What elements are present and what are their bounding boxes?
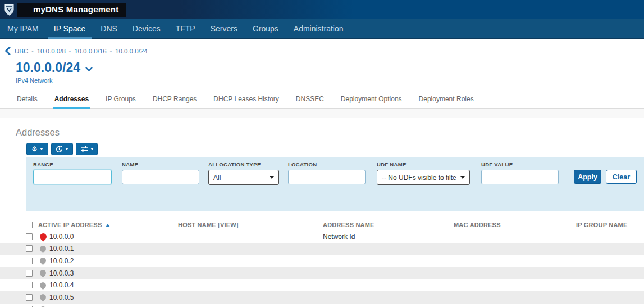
tab-addresses[interactable]: Addresses — [53, 92, 90, 108]
ip-address-cell[interactable]: 10.0.0.2 — [49, 257, 178, 265]
table-header: ACTIVE IP ADDRESS HOST NAME [VIEW] ADDRE… — [0, 219, 644, 231]
column-ip-group-name[interactable]: IP GROUP NAME — [576, 222, 644, 228]
apply-button[interactable]: Apply — [574, 170, 601, 184]
ip-address-cell[interactable]: 10.0.0.4 — [49, 281, 178, 289]
ip-free-pin-icon — [39, 269, 48, 278]
breadcrumb-item-slash24[interactable]: 10.0.0.0/24 — [115, 48, 148, 55]
name-filter-label: NAME — [122, 161, 199, 168]
breadcrumb-separator: - — [110, 48, 112, 54]
view-options-menu-button[interactable] — [76, 143, 98, 155]
table-row-partial[interactable] — [0, 304, 644, 307]
column-host-name[interactable]: HOST NAME [VIEW] — [178, 222, 323, 228]
table-row[interactable]: 10.0.0.1 — [0, 243, 644, 255]
ip-address-cell[interactable]: 10.0.0.1 — [49, 245, 178, 252]
breadcrumb-item-ubc[interactable]: UBC — [15, 48, 28, 55]
gear-icon: ⚙ — [31, 146, 38, 152]
address-name-cell: Network Id — [323, 233, 454, 241]
nav-item-dns[interactable]: DNS — [94, 19, 124, 38]
nav-item-administration[interactable]: Administration — [287, 19, 350, 38]
location-filter-input[interactable] — [288, 170, 366, 184]
allocation-type-select[interactable]: All — [208, 170, 279, 185]
nav-item-servers[interactable]: Servers — [204, 19, 244, 38]
table-row[interactable]: 10.0.0.3 — [0, 267, 644, 279]
breadcrumb-separator: - — [69, 48, 71, 54]
tab-dnssec[interactable]: DNSSEC — [295, 92, 325, 108]
table-row[interactable]: 10.0.0.4 — [0, 279, 644, 291]
ip-address-cell[interactable]: 10.0.0.0 — [49, 233, 178, 241]
breadcrumb-item-slash16[interactable]: 10.0.0.0/16 — [74, 48, 107, 55]
udf-name-select[interactable]: -- No UDFs visible to filter -- — [377, 170, 470, 185]
udf-name-filter-label: UDF NAME — [377, 161, 470, 168]
breadcrumb-item-slash8[interactable]: 10.0.0.0/8 — [37, 48, 66, 55]
column-label: ACTIVE IP ADDRESS — [38, 222, 102, 228]
table-row[interactable]: 10.0.0.2 — [0, 255, 644, 267]
table-row[interactable]: 10.0.0.0 Network Id — [0, 231, 644, 243]
app-title: myDNS Management — [17, 3, 126, 17]
chevron-down-icon — [65, 148, 68, 150]
chevron-down-icon — [270, 176, 274, 179]
sort-ascending-icon[interactable] — [106, 224, 110, 227]
tab-deployment-options[interactable]: Deployment Options — [340, 92, 403, 108]
filter-panel: RANGE NAME ALLOCATION TYPE All LOCATION … — [26, 157, 644, 211]
ubc-crest-logo — [4, 4, 14, 16]
breadcrumb-separator: - — [31, 48, 33, 54]
tab-dhcp-ranges[interactable]: DHCP Ranges — [152, 92, 198, 108]
row-checkbox[interactable] — [26, 245, 33, 252]
ip-free-pin-icon — [39, 245, 48, 254]
history-icon — [56, 146, 63, 153]
udf-value-filter-label: UDF VALUE — [481, 161, 559, 168]
tab-details[interactable]: Details — [16, 92, 39, 108]
back-button[interactable] — [0, 47, 15, 55]
page-subtitle: IPv4 Network — [16, 77, 644, 84]
row-checkbox[interactable] — [26, 282, 33, 288]
udf-name-selected-value: -- No UDFs visible to filter -- — [382, 174, 456, 182]
subtab-band — [0, 109, 644, 118]
column-address-name[interactable]: ADDRESS NAME — [323, 222, 454, 228]
ip-claimed-pin-icon — [39, 232, 48, 241]
chevron-down-icon — [90, 148, 94, 150]
nav-item-my-ipam[interactable]: My IPAM — [1, 19, 45, 38]
nav-item-devices[interactable]: Devices — [126, 19, 167, 38]
chevron-down-icon — [40, 148, 43, 150]
ip-free-pin-icon — [39, 281, 48, 290]
addresses-toolbar: ⚙ — [26, 143, 644, 155]
name-filter-input[interactable] — [122, 170, 199, 184]
nav-item-groups[interactable]: Groups — [246, 19, 285, 38]
section-heading: Addresses — [0, 127, 644, 138]
row-checkbox[interactable] — [26, 294, 33, 301]
page-header: 10.0.0.0/24 IPv4 Network — [0, 60, 644, 84]
row-checkbox[interactable] — [26, 270, 33, 277]
breadcrumb: UBC - 10.0.0.0/8 - 10.0.0.0/16 - 10.0.0.… — [0, 47, 644, 55]
column-mac-address[interactable]: MAC ADDRESS — [454, 222, 576, 228]
clear-button[interactable]: Clear — [606, 170, 637, 184]
chevron-down-icon[interactable] — [85, 67, 93, 71]
range-filter-label: RANGE — [33, 161, 112, 168]
column-active-ip-address[interactable]: ACTIVE IP ADDRESS — [38, 222, 178, 228]
udf-value-filter-input[interactable] — [481, 170, 559, 184]
select-all-checkbox[interactable] — [26, 222, 33, 228]
location-filter-label: LOCATION — [288, 161, 366, 168]
ip-free-pin-icon — [39, 305, 48, 307]
addresses-table: ACTIVE IP ADDRESS HOST NAME [VIEW] ADDRE… — [0, 219, 644, 307]
actions-menu-button[interactable]: ⚙ — [26, 143, 48, 155]
nav-item-tftp[interactable]: TFTP — [170, 19, 202, 38]
tab-ip-groups[interactable]: IP Groups — [104, 92, 137, 108]
tab-bar: Details Addresses IP Groups DHCP Ranges … — [0, 92, 644, 109]
history-menu-button[interactable] — [51, 143, 73, 155]
chevron-down-icon — [460, 176, 465, 179]
ip-free-pin-icon — [39, 256, 48, 265]
ip-address-cell[interactable]: 10.0.0.3 — [49, 269, 178, 277]
ip-address-cell[interactable]: 10.0.0.5 — [49, 294, 178, 301]
allocation-type-filter-label: ALLOCATION TYPE — [208, 161, 279, 168]
ip-free-pin-icon — [39, 293, 48, 302]
range-filter-input[interactable] — [33, 170, 112, 184]
sliders-icon — [80, 146, 88, 152]
chevron-left-icon — [4, 47, 11, 55]
nav-item-ip-space[interactable]: IP Space — [48, 19, 92, 38]
tab-dhcp-leases-history[interactable]: DHCP Leases History — [212, 92, 280, 108]
table-row[interactable]: 10.0.0.5 — [0, 291, 644, 304]
row-checkbox[interactable] — [26, 258, 33, 264]
row-checkbox[interactable] — [26, 233, 33, 240]
tab-deployment-roles[interactable]: Deployment Roles — [418, 92, 475, 108]
allocation-type-selected-value: All — [213, 174, 221, 182]
